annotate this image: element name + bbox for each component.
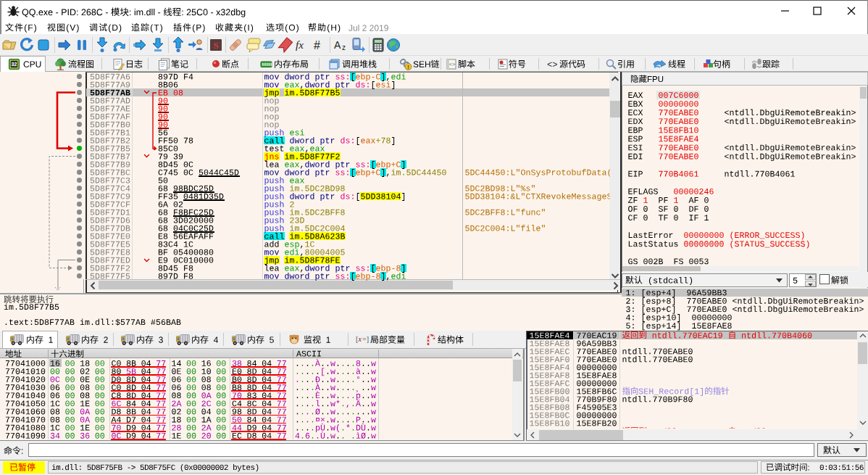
svg-text:S: S	[213, 40, 218, 51]
svg-text:32: 32	[12, 62, 17, 67]
svg-text:x: x	[358, 334, 362, 342]
svg-text:#: #	[314, 39, 320, 51]
svg-text:z: z	[342, 44, 346, 51]
svg-text:<>: <>	[449, 62, 455, 67]
svg-text:fx: fx	[296, 39, 304, 51]
svg-text:!: !	[407, 65, 409, 70]
svg-text:<>: <>	[547, 60, 557, 70]
svg-text:=]: =]	[362, 334, 369, 342]
svg-text:A: A	[334, 39, 341, 51]
